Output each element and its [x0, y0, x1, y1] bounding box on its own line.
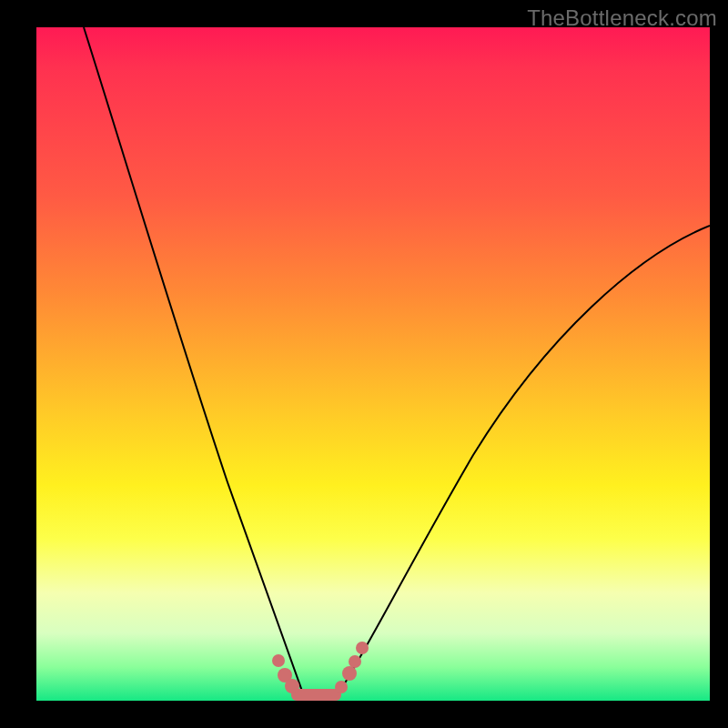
- highlight-dot: [349, 655, 361, 668]
- highlight-dot: [285, 679, 299, 693]
- curve-layer: [36, 27, 710, 701]
- highlight-bar: [291, 689, 341, 701]
- highlight-dot: [272, 654, 285, 667]
- plot-area: [36, 27, 710, 701]
- highlight-dot: [335, 681, 348, 693]
- watermark-text: TheBottleneck.com: [527, 5, 717, 31]
- highlight-dot: [356, 642, 369, 654]
- highlight-dot: [342, 666, 357, 681]
- curve-left-arm: [84, 27, 304, 696]
- curve-right-arm: [337, 226, 710, 696]
- chart-frame: TheBottleneck.com: [0, 0, 728, 728]
